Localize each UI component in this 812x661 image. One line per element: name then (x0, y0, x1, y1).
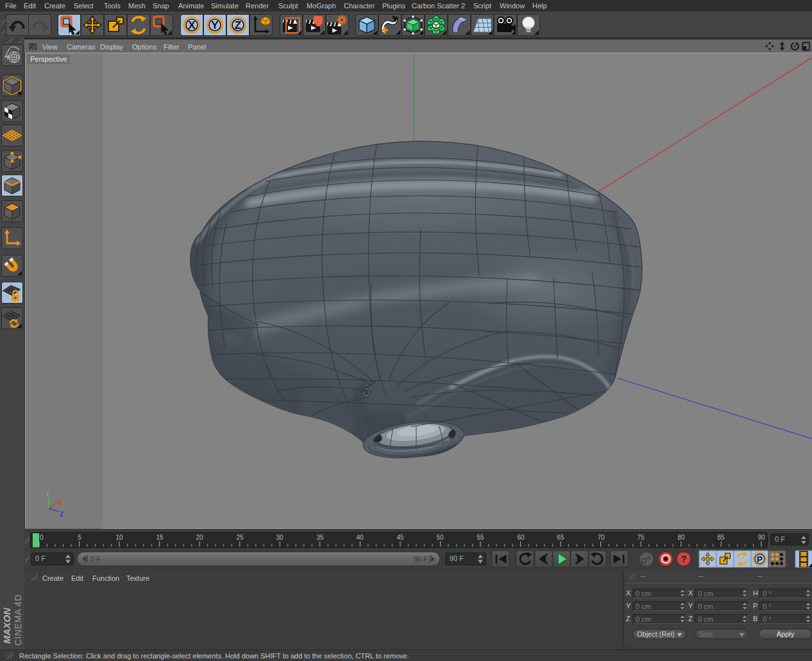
svg-text:85: 85 (717, 534, 725, 541)
svg-text:35: 35 (316, 534, 324, 541)
svg-text:P: P (757, 554, 763, 564)
svg-text:Y: Y (211, 19, 219, 31)
svg-text:0 F: 0 F (90, 555, 101, 563)
svg-text:50: 50 (436, 534, 444, 541)
svg-text:45: 45 (396, 534, 404, 541)
svg-text:70: 70 (597, 534, 605, 541)
svg-text:Z: Z (60, 511, 63, 518)
svg-text:15: 15 (156, 534, 164, 541)
svg-text:5: 5 (78, 534, 81, 541)
svg-text:55: 55 (477, 534, 484, 541)
svg-text:X: X (58, 499, 62, 506)
svg-text:65: 65 (557, 534, 564, 541)
svg-text:25: 25 (236, 534, 244, 541)
svg-text:80: 80 (677, 534, 685, 541)
svg-text:20: 20 (196, 534, 203, 541)
svg-text:40: 40 (356, 534, 364, 541)
svg-text:10: 10 (115, 534, 123, 541)
svg-text:X: X (188, 19, 196, 31)
svg-text:30: 30 (276, 534, 283, 541)
svg-text:60: 60 (517, 534, 525, 541)
svg-text:0: 0 (40, 534, 44, 541)
svg-text:Y: Y (46, 490, 50, 497)
svg-text:90 F: 90 F (414, 555, 428, 563)
svg-text:Z: Z (235, 19, 241, 31)
svg-text:75: 75 (637, 534, 645, 541)
svg-text:?: ? (681, 554, 687, 564)
svg-text:90: 90 (757, 534, 765, 541)
